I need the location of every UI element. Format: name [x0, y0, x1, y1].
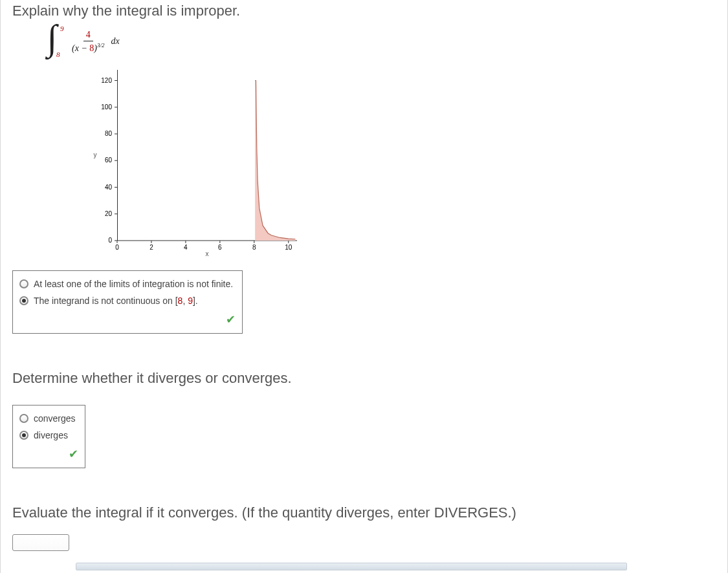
- dx: dx: [111, 36, 120, 47]
- answer-input[interactable]: [12, 534, 69, 551]
- svg-text:0: 0: [115, 244, 119, 251]
- integral-expression: ∫ 9 8 4 (x − 8)3/2 dx: [49, 26, 714, 57]
- correct-check-icon: ✔: [19, 312, 236, 327]
- option-label: converges: [34, 413, 76, 424]
- fraction: 4 (x − 8)3/2: [69, 30, 107, 54]
- svg-text:4: 4: [184, 244, 188, 251]
- svg-text:60: 60: [105, 157, 113, 164]
- radio-icon: [19, 414, 28, 423]
- integral-sign: ∫ 9 8: [49, 26, 67, 57]
- q2-section: Determine whether it diverges or converg…: [12, 367, 714, 468]
- lower-bound: 8: [56, 50, 60, 58]
- svg-text:8: 8: [252, 244, 256, 251]
- plot: 0246810020406080100120xy: [90, 65, 714, 259]
- svg-text:80: 80: [105, 130, 113, 137]
- option-label: The integrand is not continuous on [8, 9…: [34, 296, 198, 306]
- option-label: At least one of the limits of integratio…: [34, 279, 233, 289]
- option-limits-not-finite[interactable]: At least one of the limits of integratio…: [19, 279, 233, 289]
- svg-text:2: 2: [149, 244, 153, 251]
- correct-check-icon: ✔: [19, 447, 78, 461]
- svg-text:120: 120: [101, 77, 112, 84]
- q2-answer-box: converges diverges ✔: [12, 405, 85, 468]
- radio-icon: [19, 431, 28, 440]
- numerator: 4: [83, 30, 93, 41]
- q3-section: Evaluate the integral if it converges. (…: [12, 502, 714, 551]
- option-diverges[interactable]: diverges: [19, 430, 76, 440]
- svg-text:40: 40: [105, 184, 113, 191]
- svg-text:10: 10: [285, 244, 292, 251]
- q2-prompt: Determine whether it diverges or converg…: [12, 367, 714, 393]
- radio-icon: [19, 279, 28, 288]
- option-converges[interactable]: converges: [19, 413, 76, 424]
- question-page: Explain why the integral is improper. ∫ …: [0, 0, 728, 573]
- scrollbar-track[interactable]: [76, 563, 627, 570]
- svg-text:x: x: [206, 250, 209, 257]
- svg-text:6: 6: [218, 244, 222, 251]
- option-not-continuous[interactable]: The integrand is not continuous on [8, 9…: [19, 296, 233, 306]
- svg-text:y: y: [94, 151, 97, 158]
- option-label: diverges: [34, 430, 68, 440]
- svg-text:0: 0: [108, 237, 112, 244]
- denominator: (x − 8)3/2: [69, 41, 107, 54]
- chart-svg: 0246810020406080100120xy: [90, 65, 310, 259]
- q3-prompt: Evaluate the integral if it converges. (…: [12, 502, 714, 528]
- upper-bound: 9: [60, 25, 64, 32]
- q1-answer-box: At least one of the limits of integratio…: [12, 270, 243, 334]
- svg-text:100: 100: [101, 103, 112, 111]
- q1-prompt: Explain why the integral is improper.: [12, 0, 714, 26]
- svg-text:20: 20: [105, 210, 113, 217]
- radio-icon: [19, 296, 28, 305]
